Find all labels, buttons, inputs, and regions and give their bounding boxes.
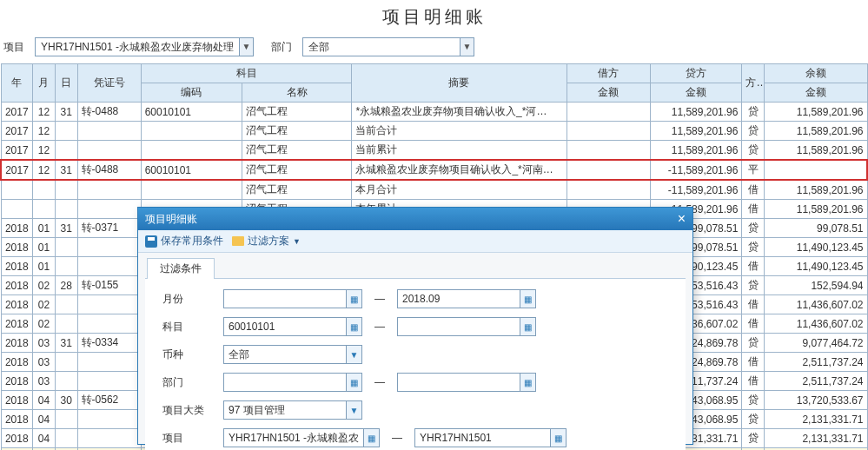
col-balance[interactable]: 余额 bbox=[765, 64, 867, 83]
cell: 03 bbox=[33, 372, 56, 391]
cell: 31 bbox=[55, 103, 77, 122]
save-icon bbox=[145, 235, 157, 248]
cell: 01 bbox=[33, 257, 56, 276]
cell: 2018 bbox=[1, 372, 33, 391]
cell bbox=[77, 122, 141, 141]
table-header: 年 月 日 凭证号 科目 摘要 借方 贷方 方向 余额 编码 名称 金额 金额 … bbox=[1, 64, 867, 103]
cell: 60010101 bbox=[141, 160, 242, 180]
cell bbox=[77, 257, 141, 276]
project-combo[interactable]: YHR17HN1501 -永城粮盈农业废弃物处理 ▼ bbox=[35, 37, 254, 56]
col-year[interactable]: 年 bbox=[1, 64, 33, 103]
chevron-down-icon: ▼ bbox=[293, 237, 301, 246]
cell: 平 bbox=[742, 160, 765, 180]
save-conditions-button[interactable]: 保存常用条件 bbox=[145, 234, 223, 248]
table-row[interactable]: 20171231转-048860010101沼气工程*永城粮盈农业废弃物项目确认… bbox=[1, 103, 867, 122]
cell bbox=[1, 200, 33, 219]
picker-icon[interactable]: ▦ bbox=[550, 429, 566, 447]
picker-icon[interactable]: ▦ bbox=[520, 318, 535, 335]
picker-icon[interactable]: ▦ bbox=[346, 374, 361, 391]
table-row[interactable]: 沼气工程本月合计-11,589,201.96借11,589,201.96 bbox=[1, 180, 867, 200]
cell: 12 bbox=[33, 141, 56, 161]
dialog-body: 月份 ▦ — 2018.09▦ 科目 60010101▦ — ▦ 币种 全部▼ … bbox=[145, 278, 686, 450]
month-label: 月份 bbox=[154, 292, 223, 307]
month-from-input[interactable]: ▦ bbox=[223, 289, 362, 308]
cell: 04 bbox=[33, 429, 56, 448]
subject-to-input[interactable]: ▦ bbox=[397, 317, 536, 336]
dialog-toolbar: 保存常用条件 过滤方案 ▼ bbox=[138, 230, 692, 253]
picker-icon[interactable]: ▦ bbox=[520, 374, 535, 391]
col-subject-name[interactable]: 名称 bbox=[242, 83, 352, 103]
cell: 借 bbox=[742, 372, 765, 391]
col-summary[interactable]: 摘要 bbox=[352, 64, 567, 103]
dept-to-input[interactable]: ▦ bbox=[397, 373, 536, 392]
cell: 11,436,607.02 bbox=[765, 295, 867, 314]
cell: 11,589,201.96 bbox=[765, 141, 867, 161]
col-dir[interactable]: 方向 bbox=[742, 64, 765, 103]
project-label: 项目 bbox=[3, 40, 28, 55]
picker-icon[interactable]: ▦ bbox=[520, 290, 535, 308]
subject-from-input[interactable]: 60010101▦ bbox=[223, 317, 362, 336]
cell: 30 bbox=[55, 391, 77, 410]
picker-icon[interactable]: ▦ bbox=[363, 429, 379, 447]
col-balance-amount[interactable]: 金额 bbox=[765, 83, 867, 103]
col-voucher[interactable]: 凭证号 bbox=[77, 64, 141, 103]
cell: 2018 bbox=[1, 334, 33, 353]
col-debit[interactable]: 借方 bbox=[567, 64, 651, 83]
dept-from-input[interactable]: ▦ bbox=[223, 373, 362, 392]
cell: 28 bbox=[55, 276, 77, 295]
cell: 03 bbox=[33, 353, 56, 372]
month-to-input[interactable]: 2018.09▦ bbox=[397, 289, 536, 308]
cell: 2018 bbox=[1, 238, 33, 257]
col-credit-amount[interactable]: 金额 bbox=[651, 83, 742, 103]
col-day[interactable]: 日 bbox=[55, 64, 77, 103]
cell bbox=[55, 238, 77, 257]
cell: 11,589,201.96 bbox=[765, 103, 867, 122]
chevron-down-icon[interactable]: ▼ bbox=[346, 401, 361, 419]
table-row[interactable]: 201712沼气工程当前累计11,589,201.96贷11,589,201.9… bbox=[1, 141, 867, 161]
cell: -11,589,201.96 bbox=[651, 160, 742, 180]
cell bbox=[77, 200, 141, 219]
tab-filter-conditions[interactable]: 过滤条件 bbox=[147, 258, 215, 279]
cell: 沼气工程 bbox=[242, 122, 352, 141]
cell: 02 bbox=[33, 295, 56, 314]
col-subject-code[interactable]: 编码 bbox=[141, 83, 242, 103]
col-debit-amount[interactable]: 金额 bbox=[567, 83, 651, 103]
cell: 转-0334 bbox=[77, 334, 141, 353]
cell: 02 bbox=[33, 276, 56, 295]
table-row[interactable]: 20171231转-048860010101沼气工程永城粮盈农业废弃物项目确认收… bbox=[1, 160, 867, 180]
cell bbox=[55, 429, 77, 448]
cell bbox=[77, 314, 141, 334]
dept-combo[interactable]: 全部 ▼ bbox=[302, 37, 474, 56]
folder-icon bbox=[232, 236, 244, 246]
cell: 2018 bbox=[1, 276, 33, 295]
cell: 04 bbox=[33, 410, 56, 429]
picker-icon[interactable]: ▦ bbox=[346, 290, 361, 308]
currency-input[interactable]: 全部▼ bbox=[223, 345, 362, 364]
cell: 2018 bbox=[1, 314, 33, 334]
cell bbox=[55, 180, 77, 200]
col-credit[interactable]: 贷方 bbox=[651, 64, 742, 83]
top-filter-bar: 项目 YHR17HN1501 -永城粮盈农业废弃物处理 ▼ 部门 全部 ▼ bbox=[0, 37, 868, 63]
table-row[interactable]: 201712沼气工程当前合计11,589,201.96贷11,589,201.9… bbox=[1, 122, 867, 141]
cell: 借 bbox=[742, 200, 765, 219]
cell bbox=[567, 122, 651, 141]
project-to-input[interactable]: YHR17HN1501▦ bbox=[414, 428, 567, 447]
picker-icon[interactable]: ▦ bbox=[346, 318, 361, 335]
category-input[interactable]: 97 项目管理▼ bbox=[223, 400, 362, 420]
project-from-input[interactable]: YHR17HN1501 -永城粮盈农▦ bbox=[223, 428, 380, 447]
cell: 11,589,201.96 bbox=[765, 200, 867, 219]
cell bbox=[567, 141, 651, 161]
cell: 贷 bbox=[742, 334, 765, 353]
cell: 11,490,123.45 bbox=[765, 238, 867, 257]
cell: 当前累计 bbox=[352, 141, 567, 161]
col-subject[interactable]: 科目 bbox=[141, 64, 352, 83]
chevron-down-icon[interactable]: ▼ bbox=[346, 346, 361, 363]
category-label: 项目大类 bbox=[154, 403, 223, 418]
filter-scheme-button[interactable]: 过滤方案 ▼ bbox=[232, 234, 301, 248]
dialog-titlebar[interactable]: 项目明细账 × bbox=[138, 208, 692, 230]
col-month[interactable]: 月 bbox=[33, 64, 56, 103]
close-icon[interactable]: × bbox=[678, 208, 686, 230]
cell bbox=[77, 141, 141, 161]
cell: 11,589,201.96 bbox=[651, 103, 742, 122]
cell: 2017 bbox=[1, 122, 33, 141]
